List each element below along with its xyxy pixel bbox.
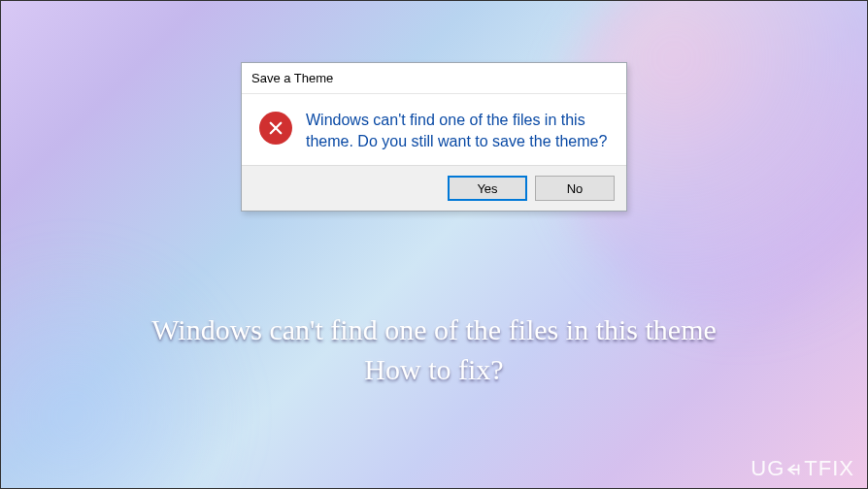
watermark-suffix: TFIX: [804, 456, 854, 481]
yes-button[interactable]: Yes: [448, 176, 527, 201]
dialog-message: Windows can't find one of the files in t…: [306, 110, 609, 151]
caption-line-2: How to fix?: [29, 350, 839, 390]
watermark-e-icon: [785, 461, 803, 478]
dialog-footer: Yes No: [242, 165, 626, 211]
dialog-title: Save a Theme: [251, 71, 333, 85]
error-icon: [259, 112, 292, 145]
dialog-body: Windows can't find one of the files in t…: [242, 94, 626, 165]
watermark-prefix: UG: [751, 456, 785, 481]
dialog-titlebar[interactable]: Save a Theme: [242, 63, 626, 94]
watermark-logo: UG TFIX: [751, 456, 854, 481]
caption-line-1: Windows can't find one of the files in t…: [29, 310, 839, 350]
article-caption: Windows can't find one of the files in t…: [0, 310, 868, 389]
save-theme-dialog: Save a Theme Windows can't find one of t…: [241, 62, 627, 212]
no-button[interactable]: No: [535, 176, 615, 201]
